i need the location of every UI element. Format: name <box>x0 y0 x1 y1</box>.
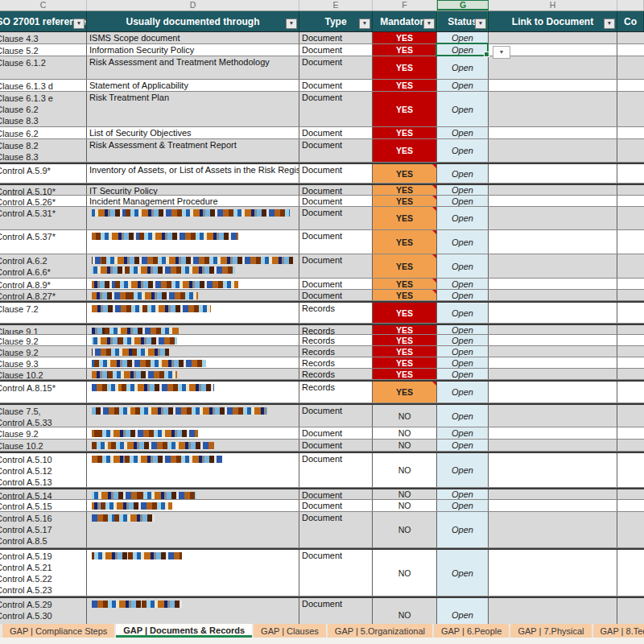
ref-cell[interactable]: Control A.8.27* <box>0 290 87 300</box>
sheet-tab-7[interactable]: GAP | 8.Technological <box>593 624 644 638</box>
status-cell[interactable]: Open <box>437 369 489 379</box>
comment-cell[interactable] <box>617 512 644 547</box>
comment-cell[interactable] <box>617 92 644 126</box>
ref-cell[interactable]: Control A.5.16Control A.5.17Control A.8.… <box>0 512 87 547</box>
comment-cell[interactable] <box>617 346 644 357</box>
mandatory-cell[interactable]: YES <box>373 32 437 43</box>
comment-cell[interactable] <box>617 325 644 334</box>
link-cell[interactable] <box>489 80 617 91</box>
ref-cell[interactable]: Clause 7.5,Control A.5.33 <box>0 405 87 427</box>
doc-cell[interactable] <box>87 453 299 487</box>
ref-cell[interactable]: Control A.5.29Control A.5.30Control A.8.… <box>0 598 87 624</box>
comment-cell[interactable] <box>617 185 644 195</box>
filter-icon[interactable]: ▼ <box>604 19 615 29</box>
status-cell[interactable]: Open <box>437 196 489 206</box>
status-cell[interactable]: Open <box>437 440 489 451</box>
ref-cell[interactable]: Clause 6.1.3 d <box>0 80 87 91</box>
mandatory-cell[interactable]: YES <box>373 382 437 402</box>
doc-cell[interactable]: Risk Assessment & Treatment Report <box>87 139 299 162</box>
doc-cell[interactable] <box>87 207 299 229</box>
status-cell[interactable]: Open <box>437 405 489 427</box>
ref-cell[interactable]: Control A.5.14 <box>0 489 87 499</box>
type-cell[interactable]: Records <box>299 346 373 357</box>
doc-cell[interactable] <box>87 440 299 451</box>
sheet-tab-1[interactable]: GAP | Compliance Steps <box>2 624 114 638</box>
mandatory-cell[interactable]: YES <box>373 139 437 162</box>
ref-cell[interactable]: Control A.5.37* <box>0 230 87 254</box>
ref-cell[interactable]: Clause 9.1 <box>0 325 87 334</box>
link-cell[interactable] <box>489 335 617 345</box>
ref-cell[interactable]: Clause 6.2 <box>0 127 87 138</box>
type-cell[interactable]: Records <box>299 325 373 334</box>
doc-cell[interactable]: ISMS Scope document <box>87 32 299 43</box>
comment-cell[interactable] <box>617 230 644 254</box>
comment-cell[interactable] <box>617 489 644 499</box>
link-cell[interactable] <box>489 185 617 195</box>
header-cell[interactable]: Co <box>617 11 644 31</box>
mandatory-cell[interactable]: YES <box>373 325 437 334</box>
link-cell[interactable] <box>489 325 617 334</box>
status-cell[interactable]: Open <box>437 598 489 624</box>
filter-icon[interactable]: ▼ <box>73 19 85 29</box>
status-cell[interactable]: Open <box>437 80 489 91</box>
selected-cell-outline[interactable] <box>436 43 489 56</box>
link-cell[interactable] <box>489 32 617 43</box>
column-letter-C[interactable]: C <box>0 0 87 10</box>
type-cell[interactable]: Document <box>299 185 373 195</box>
ref-cell[interactable]: Control A.5.19Control A.5.21Control A.5.… <box>0 550 87 596</box>
status-cell[interactable]: Open <box>437 303 489 323</box>
column-letter-D[interactable]: D <box>87 0 299 10</box>
mandatory-cell[interactable]: YES <box>373 92 437 126</box>
comment-cell[interactable] <box>617 335 644 345</box>
status-cell[interactable]: Open <box>437 92 489 126</box>
status-cell[interactable]: Open <box>437 279 489 289</box>
type-cell[interactable]: Document <box>299 405 373 427</box>
mandatory-cell[interactable]: YES <box>373 164 437 183</box>
doc-cell[interactable]: Risk Assessment and Treatment Methodolog… <box>87 56 299 79</box>
column-letter-F[interactable]: F <box>373 0 437 10</box>
mandatory-cell[interactable]: NO <box>373 453 437 487</box>
link-cell[interactable] <box>489 598 617 624</box>
status-cell[interactable]: Open <box>437 335 489 345</box>
comment-cell[interactable] <box>617 405 644 427</box>
doc-cell[interactable] <box>87 550 299 596</box>
mandatory-cell[interactable]: YES <box>373 346 437 357</box>
comment-cell[interactable] <box>617 139 644 162</box>
doc-cell[interactable] <box>87 427 299 439</box>
ref-cell[interactable]: Clause 7.2 <box>0 303 87 323</box>
link-cell[interactable] <box>489 453 617 487</box>
status-cell[interactable]: Open <box>437 453 489 487</box>
ref-cell[interactable]: Clause 9.2 <box>0 335 87 345</box>
doc-cell[interactable] <box>87 303 299 323</box>
doc-cell[interactable]: List of Security Objectives <box>87 127 299 138</box>
mandatory-cell[interactable]: YES <box>373 207 437 229</box>
doc-cell[interactable]: Risk Treatment Plan <box>87 92 299 126</box>
status-cell[interactable]: Open <box>437 489 489 499</box>
doc-cell[interactable] <box>87 254 299 278</box>
mandatory-cell[interactable]: NO <box>373 550 437 596</box>
type-cell[interactable]: Document <box>299 290 373 300</box>
sheet-tab-4[interactable]: GAP | 5.Organizational <box>328 624 432 638</box>
type-cell[interactable]: Document <box>299 207 373 229</box>
status-cell[interactable]: Open <box>437 550 489 596</box>
link-cell[interactable] <box>489 207 617 229</box>
link-cell[interactable] <box>489 512 617 547</box>
ref-cell[interactable]: Control A.5.31* <box>0 207 87 229</box>
doc-cell[interactable] <box>87 382 299 402</box>
header-cell[interactable]: Usually documented through▼ <box>87 11 299 31</box>
comment-cell[interactable] <box>617 357 644 368</box>
mandatory-cell[interactable]: NO <box>373 598 437 624</box>
link-cell[interactable] <box>489 303 617 323</box>
type-cell[interactable]: Records <box>299 303 373 323</box>
type-cell[interactable]: Document <box>299 32 373 43</box>
comment-cell[interactable] <box>617 32 644 43</box>
comment-cell[interactable] <box>617 196 644 206</box>
mandatory-cell[interactable]: YES <box>373 290 437 300</box>
comment-cell[interactable] <box>617 303 644 323</box>
comment-cell[interactable] <box>617 290 644 300</box>
link-cell[interactable] <box>489 500 617 511</box>
ref-cell[interactable]: Control A.5.9* <box>0 164 87 183</box>
column-letter-partial[interactable] <box>617 0 644 10</box>
mandatory-cell[interactable]: YES <box>373 303 437 323</box>
comment-cell[interactable] <box>617 279 644 289</box>
